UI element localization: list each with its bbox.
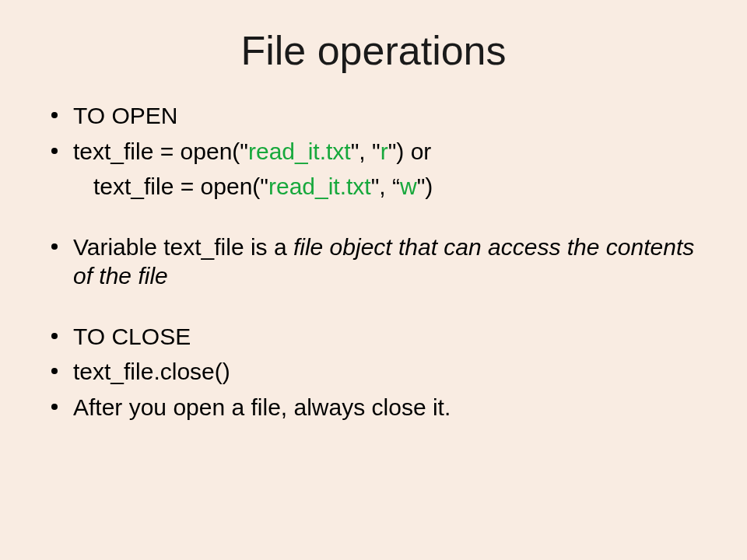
bullet-open-read: text_file = open("read_it.txt", "r") or [47,137,700,166]
bullet-icon [51,333,58,339]
code-post: ") [417,173,433,199]
text: TO OPEN [73,103,177,128]
line-open-write: text_file = open("read_it.txt", “w") [47,172,700,201]
code-mode: r [381,138,388,164]
code-filename: read_it.txt [248,138,351,164]
slide: File operations TO OPEN text_file = open… [0,0,747,560]
text: text_file.close() [73,359,230,384]
code-mode: w [400,173,417,199]
bullet-icon [51,368,58,374]
code-mid: ", “ [371,173,400,199]
bullet-icon [51,148,58,154]
text: After you open a file, always close it. [73,394,451,420]
bullet-icon [51,404,58,410]
slide-title: File operations [47,27,700,74]
text: TO CLOSE [73,324,191,349]
bullet-to-close: TO CLOSE [47,322,700,352]
code-filename: read_it.txt [268,173,371,199]
slide-body: TO OPEN text_file = open("read_it.txt", … [47,101,700,422]
bullet-icon [51,243,58,250]
bullet-always-close: After you open a file, always close it. [47,393,700,422]
bullet-to-open: TO OPEN [47,101,700,131]
text-pre: Variable text_file is a [73,234,293,260]
bullet-close-call: text_file.close() [47,357,700,387]
bullet-file-object: Variable text_file is a file object that… [47,233,700,291]
code-mid: ", " [351,138,381,164]
code-post: ") or [388,138,432,164]
bullet-icon [51,112,58,118]
code-pre: text_file = open(" [73,138,248,164]
code-pre: text_file = open(" [93,173,268,199]
